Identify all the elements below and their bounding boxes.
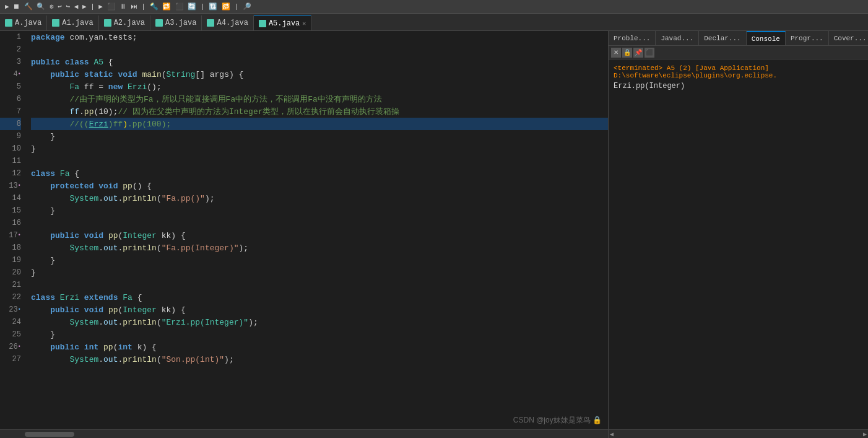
line-num-17: 17• [0,229,21,242]
java-file-icon [155,19,163,27]
code-line-16 [31,217,608,229]
watermark: CSDN @joy妹妹是菜鸟 🔒 [513,415,602,426]
code-line-24: System.out.println("Erzi.pp(Integer)"); [31,316,608,328]
java-file-icon [52,19,59,27]
code-line-23: ▶ public void pp(Integer kk) { [31,304,608,316]
line-num-27: 27 [0,353,21,366]
line-num-4: 4• [0,68,21,81]
right-panel: Proble... Javad... Declar... Console Pro… [608,31,868,438]
line-num-5: 5 [0,81,21,93]
line-num-8: 8 [0,118,21,130]
tab-coverage[interactable]: Cover... [829,31,868,45]
tab-javadoc[interactable]: Javad... [656,31,699,45]
line-num-25: 25 [0,328,21,341]
java-file-icon [259,20,266,27]
scrollbar-thumb[interactable] [25,432,74,437]
code-line-22: class Erzi extends Fa { [31,291,608,304]
tab-a5-java[interactable]: A5.java ✕ [254,15,311,30]
code-line-27: System.out.println("Son.pp(int)"); [31,353,608,366]
line-num-24: 24 [0,316,21,328]
code-content[interactable]: package com.yan.tests; public class A5 {… [26,31,608,429]
line-num-11: 11 [0,155,21,167]
code-line-6: //由于声明的类型为Fa，所以只能直接调用Fa中的方法，不能调用Fa中没有声明的… [31,93,608,105]
line-num-2: 2 [0,43,21,56]
tab-label: A5.java [269,19,300,28]
code-line-3: public class A5 { [31,56,608,68]
console-stop-button[interactable]: ⬛ [644,48,654,58]
line-num-16: 16 [0,217,21,229]
code-line-14: System.out.println("Fa.pp()"); [31,192,608,204]
line-num-14: 14 [0,192,21,204]
line-num-20: 20 [0,266,21,279]
console-output: <terminated> A5 (2) [Java Application] D… [609,59,868,429]
tab-label: Cover... [834,35,867,42]
code-editor[interactable]: 1 2 3 4• 5 6 7 8 9 10 11 12 13• 14 15 16… [0,31,608,438]
line-num-13: 13• [0,180,21,192]
line-num-21: 21 [0,279,21,291]
code-line-10: } [31,142,608,155]
tab-declaration[interactable]: Declar... [699,31,746,45]
code-line-19: } [31,254,608,266]
horizontal-scrollbar[interactable] [0,429,608,438]
code-line-26: public int pp(int k) { [31,341,608,353]
code-line-8: //((Erzi)ff).pp(100); [31,118,608,130]
line-num-22: 22 [0,291,21,304]
console-toolbar: ✕ 🔒 📌 ⬛ [609,46,868,59]
tab-a2-java[interactable]: A2.java [99,15,150,30]
java-file-icon [5,19,12,27]
editor-tab-bar: A.java A1.java A2.java A3.java A4.java A… [0,14,868,31]
line-num-19: 19 [0,254,21,266]
code-line-25: } [31,328,608,341]
code-line-4: public static void main(String[] args) { [31,68,608,81]
java-file-icon [207,19,214,27]
tab-a1-java[interactable]: A1.java [47,15,98,30]
console-output-text: Erzi.pp(Integer) [614,82,863,90]
line-num-23: 23• [0,304,21,316]
tab-a4-java[interactable]: A4.java [202,15,253,30]
code-line-15: } [31,204,608,217]
toolbar-icons: ▶ ⏹ 🔨 🔍 ⚙ ↩ ↪ ◀ ▶ | ▶ ⬛ ⏸ ⏭ | 🔦 🔁 ⬛ 🔄 | … [2,2,254,11]
tab-label: A4.java [217,19,248,27]
java-file-icon [104,19,111,27]
code-line-20: } [31,266,608,279]
code-line-17: public void pp(Integer kk) { [31,229,608,242]
line-num-1: 1 [0,31,21,43]
tab-a3-java[interactable]: A3.java [150,15,202,30]
tab-label: A.java [15,19,41,27]
console-clear-button[interactable]: ✕ [611,48,621,58]
line-num-10: 10 [0,142,21,155]
code-line-1: package com.yan.tests; [31,31,608,43]
tab-label: Javad... [661,35,693,42]
line-num-6: 6 [0,93,21,105]
tab-a-java[interactable]: A.java [0,15,47,30]
console-scroll-lock-button[interactable]: 🔒 [622,48,632,58]
right-scrollbar[interactable]: ◀ ▶ [609,429,868,438]
tab-progress[interactable]: Progr... [786,31,829,45]
main-area: 1 2 3 4• 5 6 7 8 9 10 11 12 13• 14 15 16… [0,31,868,438]
line-num-15: 15 [0,204,21,217]
line-num-12: 12 [0,167,21,180]
tab-label: Console [752,35,780,43]
code-area[interactable]: 1 2 3 4• 5 6 7 8 9 10 11 12 13• 14 15 16… [0,31,608,429]
line-num-26: 26• [0,341,21,353]
code-line-13: protected void pp() { [31,180,608,192]
line-numbers: 1 2 3 4• 5 6 7 8 9 10 11 12 13• 14 15 16… [0,31,26,429]
right-panel-tabs: Proble... Javad... Declar... Console Pro… [609,31,868,46]
tab-label: A1.java [62,19,93,27]
code-line-7: ff.pp(10);// 因为在父类中声明的方法为Integer类型，所以在执行… [31,105,608,118]
code-line-5: Fa ff = new Erzi(); [31,81,608,93]
line-num-7: 7 [0,105,21,118]
tab-close-icon[interactable]: ✕ [302,20,306,27]
console-pin-button[interactable]: 📌 [633,48,643,58]
line-num-9: 9 [0,130,21,142]
tab-label: Progr... [791,35,823,42]
code-line-21 [31,279,608,291]
console-terminated-text: <terminated> A5 (2) [Java Application] D… [614,64,863,79]
tab-problems[interactable]: Proble... [609,31,656,45]
main-toolbar: ▶ ⏹ 🔨 🔍 ⚙ ↩ ↪ ◀ ▶ | ▶ ⬛ ⏸ ⏭ | 🔦 🔁 ⬛ 🔄 | … [0,0,868,14]
tab-label: Proble... [614,35,650,42]
tab-console[interactable]: Console [747,31,786,45]
code-line-12: class Fa { [31,167,608,180]
line-num-3: 3 [0,56,21,68]
tab-label: A2.java [114,19,145,27]
